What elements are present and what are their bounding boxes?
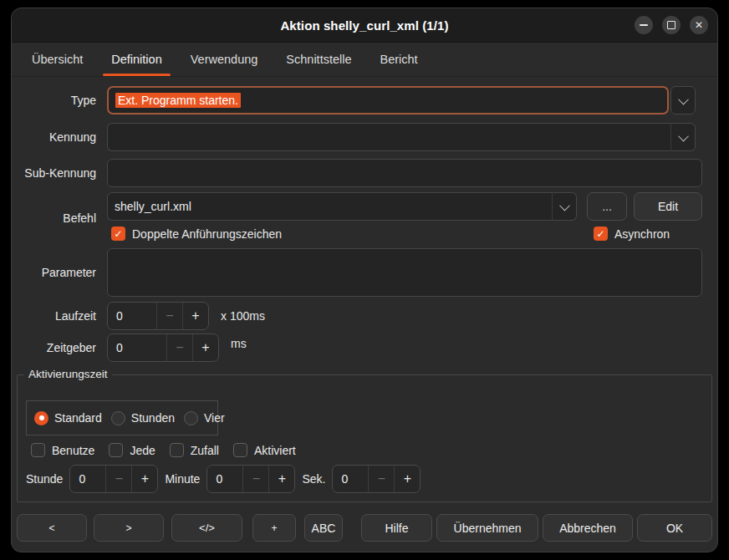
- radio-label: Standard: [54, 411, 102, 425]
- tab-verwendung[interactable]: Verwendung: [179, 43, 270, 76]
- checkbox-box: [31, 443, 45, 457]
- laufzeit-spinner: 0 − +: [107, 302, 209, 330]
- spinner-value[interactable]: 0: [108, 303, 156, 329]
- tab-schnittstelle[interactable]: Schnittstelle: [274, 43, 363, 76]
- laufzeit-label: Laufzeit: [12, 302, 96, 330]
- checkbox-asynchron[interactable]: ✓ Asynchron: [594, 227, 670, 241]
- radio-stunden[interactable]: Stunden: [111, 411, 175, 425]
- edit-button[interactable]: Edit: [634, 192, 702, 221]
- apply-button[interactable]: Übernehmen: [436, 514, 538, 542]
- spinner-value[interactable]: 0: [108, 334, 166, 361]
- checkbox-jede[interactable]: Jede: [109, 443, 155, 457]
- titlebar[interactable]: Aktion shelly_curl_xml (1/1) ✕: [12, 8, 717, 43]
- befehl-value: shelly_curl.xml: [115, 200, 191, 213]
- chevron-down-icon: [678, 94, 689, 104]
- kennung-combobox[interactable]: [107, 123, 696, 151]
- sub-kennung-input[interactable]: [107, 159, 702, 187]
- parameter-textarea[interactable]: [107, 248, 702, 297]
- increment-button[interactable]: +: [394, 466, 420, 492]
- befehl-combobox[interactable]: shelly_curl.xml: [107, 192, 577, 221]
- increment-button[interactable]: +: [268, 466, 294, 492]
- laufzeit-unit: x 100ms: [221, 302, 265, 330]
- checkbox-box: [233, 443, 247, 457]
- ok-button[interactable]: OK: [637, 514, 712, 542]
- checkbox-label: Doppelte Anführungszeichen: [132, 227, 282, 241]
- tab-label: Verwendung: [191, 53, 258, 66]
- tab-uebersicht[interactable]: Übersicht: [20, 43, 94, 76]
- nav-next-button[interactable]: >: [94, 514, 164, 542]
- kennung-combobox-arrow-button[interactable]: [670, 123, 696, 151]
- option-checkbox-row: Benutze Jede Zufall Aktiviert: [31, 443, 296, 457]
- checkbox-box: [109, 443, 123, 457]
- checkbox-aktiviert[interactable]: Aktiviert: [233, 443, 296, 457]
- kennung-combobox-entry[interactable]: [107, 123, 670, 151]
- maximize-icon: [667, 21, 675, 29]
- tab-definition[interactable]: Definition: [99, 43, 173, 76]
- minute-spinner: 0 − +: [206, 465, 295, 493]
- checkbox-doppelte-anfuehrungszeichen[interactable]: ✓ Doppelte Anführungszeichen: [111, 227, 282, 241]
- increment-button[interactable]: +: [131, 466, 157, 492]
- zeitgeber-spinner: 0 − +: [107, 333, 219, 362]
- dialog-window: Aktion shelly_curl_xml (1/1) ✕ Übersicht…: [12, 8, 717, 552]
- add-button[interactable]: +: [252, 514, 296, 542]
- checkbox-label: Asynchron: [614, 227, 670, 241]
- increment-button[interactable]: +: [182, 303, 208, 329]
- cancel-button[interactable]: Abbrechen: [543, 514, 633, 542]
- decrement-button[interactable]: −: [156, 303, 182, 329]
- tab-label: Übersicht: [32, 53, 83, 66]
- radio-vier[interactable]: Vier: [184, 411, 225, 425]
- spinner-value[interactable]: 0: [207, 466, 242, 492]
- spinner-value[interactable]: 0: [333, 466, 368, 492]
- decrement-button[interactable]: −: [105, 466, 131, 492]
- radio-dot-icon: [39, 415, 44, 420]
- sekunde-label: Sek.: [302, 472, 325, 486]
- radio-standard[interactable]: Standard: [34, 411, 102, 425]
- type-label: Type: [12, 86, 96, 115]
- befehl-label: Befehl: [12, 192, 96, 244]
- tab-label: Schnittstelle: [286, 53, 351, 66]
- chevron-down-icon: [678, 130, 689, 141]
- maximize-button[interactable]: [662, 16, 681, 34]
- sub-kennung-label: Sub-Kennung: [12, 159, 96, 187]
- check-icon: ✓: [596, 229, 604, 239]
- checkbox-label: Aktiviert: [254, 444, 296, 457]
- checkbox-label: Benutze: [52, 444, 94, 457]
- desktop-background: Aktion shelly_curl_xml (1/1) ✕ Übersicht…: [0, 0, 729, 560]
- window-title: Aktion shelly_curl_xml (1/1): [280, 18, 448, 33]
- tab-bar: Übersicht Definition Verwendung Schnitts…: [12, 43, 717, 77]
- checkbox-box: ✓: [594, 227, 608, 241]
- increment-button[interactable]: +: [192, 334, 218, 361]
- spinner-value[interactable]: 0: [70, 466, 105, 492]
- check-icon: ✓: [114, 229, 122, 239]
- tab-label: Bericht: [380, 53, 418, 66]
- stunde-spinner: 0 − +: [69, 465, 158, 493]
- sekunde-spinner: 0 − +: [332, 465, 421, 493]
- minimize-button[interactable]: [635, 16, 653, 34]
- minimize-icon: [640, 24, 648, 26]
- tab-bericht[interactable]: Bericht: [369, 43, 430, 76]
- befehl-combobox-arrow-button[interactable]: [552, 192, 577, 221]
- xml-code-button[interactable]: </>: [171, 514, 242, 542]
- close-button[interactable]: ✕: [690, 16, 708, 34]
- stunde-label: Stunde: [26, 472, 63, 486]
- kennung-label: Kennung: [12, 123, 96, 151]
- zeitgeber-unit: ms: [231, 331, 247, 359]
- decrement-button[interactable]: −: [242, 466, 268, 492]
- radio-label: Vier: [204, 411, 225, 425]
- type-selected-text: Ext. Programm starten.: [115, 93, 241, 108]
- type-combobox-arrow-button[interactable]: [670, 86, 696, 115]
- type-combobox[interactable]: Ext. Programm starten.: [107, 86, 696, 115]
- befehl-combobox-entry[interactable]: shelly_curl.xml: [107, 192, 552, 221]
- checkbox-benutze[interactable]: Benutze: [31, 443, 94, 457]
- checkbox-box: ✓: [111, 227, 125, 241]
- tab-label: Definition: [111, 53, 161, 66]
- browse-button[interactable]: ...: [587, 192, 627, 221]
- decrement-button[interactable]: −: [368, 466, 394, 492]
- help-button[interactable]: Hilfe: [361, 514, 432, 542]
- type-combobox-entry[interactable]: Ext. Programm starten.: [107, 86, 669, 115]
- abc-button[interactable]: ABC: [304, 514, 343, 542]
- nav-prev-button[interactable]: <: [17, 514, 87, 542]
- decrement-button[interactable]: −: [166, 334, 192, 361]
- checkbox-zufall[interactable]: Zufall: [170, 443, 219, 457]
- zeitgeber-label: Zeitgeber: [12, 333, 96, 362]
